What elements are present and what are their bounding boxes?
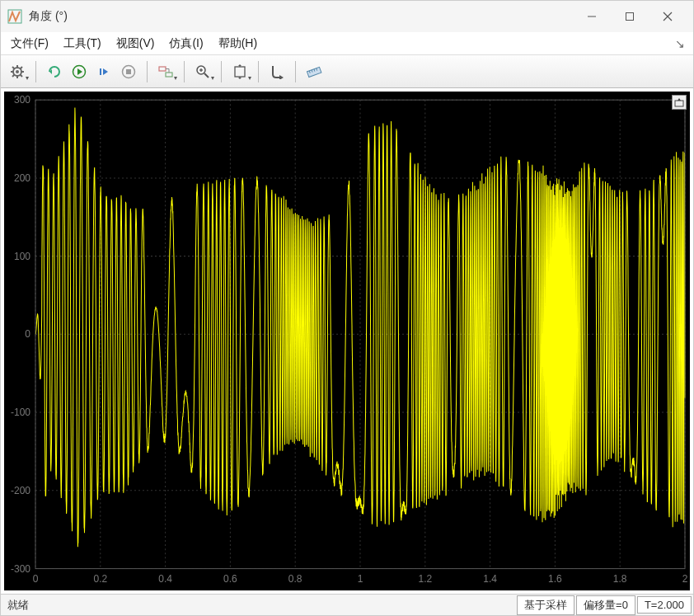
app-icon — [7, 9, 22, 24]
svg-text:0.6: 0.6 — [223, 573, 237, 585]
svg-marker-77 — [678, 98, 681, 101]
svg-text:1.8: 1.8 — [613, 573, 627, 585]
status-sample: 基于采样 — [517, 595, 574, 615]
svg-line-14 — [21, 67, 23, 69]
menu-help[interactable]: 帮助(H) — [217, 35, 259, 53]
plot-expand-icon[interactable] — [672, 95, 687, 110]
svg-text:0: 0 — [33, 573, 39, 585]
titlebar: 角度 (°) — [1, 1, 693, 32]
cursor-measure-button[interactable] — [265, 60, 288, 83]
toolbar: ▾ ▾ ▾ ▾ — [1, 55, 693, 88]
svg-marker-19 — [103, 68, 108, 75]
svg-text:300: 300 — [14, 94, 30, 106]
menu-view[interactable]: 视图(V) — [115, 35, 157, 53]
autoscale-button[interactable]: ▾ — [228, 60, 251, 83]
svg-text:1.4: 1.4 — [483, 573, 497, 585]
menu-overflow-icon[interactable]: ↘ — [675, 37, 685, 50]
svg-marker-32 — [238, 78, 241, 79]
window-title: 角度 (°) — [29, 9, 573, 24]
svg-text:0.2: 0.2 — [93, 573, 107, 585]
svg-rect-22 — [159, 67, 166, 71]
plot-area: -300-200-100010020030000.20.40.60.811.21… — [1, 88, 693, 594]
svg-text:2: 2 — [682, 573, 688, 585]
svg-line-12 — [21, 74, 23, 77]
svg-marker-31 — [238, 64, 241, 66]
play-button[interactable] — [68, 60, 91, 83]
svg-rect-2 — [626, 13, 634, 21]
svg-rect-30 — [235, 67, 245, 77]
zoom-button[interactable]: ▾ — [191, 60, 214, 83]
svg-text:-300: -300 — [11, 563, 30, 575]
svg-text:200: 200 — [14, 172, 30, 184]
svg-text:0.4: 0.4 — [158, 573, 172, 585]
menu-simulation[interactable]: 仿真(I) — [167, 35, 204, 53]
svg-text:100: 100 — [14, 251, 30, 262]
svg-marker-33 — [279, 75, 284, 79]
svg-rect-34 — [307, 67, 321, 77]
stop-button[interactable] — [117, 60, 140, 83]
menubar: 文件(F) 工具(T) 视图(V) 仿真(I) 帮助(H) ↘ — [1, 32, 693, 55]
status-time: T=2.000 — [637, 596, 692, 614]
svg-text:1.6: 1.6 — [548, 573, 562, 585]
svg-line-27 — [204, 73, 209, 78]
svg-text:-100: -100 — [11, 407, 30, 418]
settings-button[interactable]: ▾ — [6, 60, 29, 83]
menu-file[interactable]: 文件(F) — [9, 35, 50, 53]
statusbar: 就绪 基于采样 偏移量=0 T=2.000 — [1, 594, 693, 615]
close-button[interactable] — [649, 4, 687, 29]
maximize-button[interactable] — [611, 4, 649, 29]
menu-tools[interactable]: 工具(T) — [62, 35, 103, 53]
scope-plot[interactable]: -300-200-100010020030000.20.40.60.811.21… — [4, 92, 690, 590]
svg-marker-17 — [77, 68, 82, 75]
svg-rect-23 — [166, 73, 172, 77]
svg-rect-18 — [100, 68, 101, 75]
rewind-button[interactable] — [43, 60, 66, 83]
svg-text:0.8: 0.8 — [288, 573, 302, 585]
ruler-button[interactable] — [302, 60, 326, 83]
svg-point-6 — [16, 70, 19, 73]
svg-line-13 — [12, 74, 15, 77]
signal-selector-button[interactable]: ▾ — [154, 60, 177, 83]
status-offset: 偏移量=0 — [576, 595, 635, 615]
minimize-button[interactable] — [573, 4, 611, 29]
svg-rect-76 — [675, 101, 683, 106]
step-forward-button[interactable] — [92, 60, 115, 83]
svg-text:1: 1 — [358, 573, 363, 585]
status-ready: 就绪 — [1, 598, 517, 613]
svg-line-11 — [12, 67, 15, 69]
svg-text:1.2: 1.2 — [418, 573, 432, 585]
svg-text:-200: -200 — [11, 485, 30, 496]
svg-text:0: 0 — [25, 328, 30, 340]
svg-rect-21 — [126, 69, 131, 74]
